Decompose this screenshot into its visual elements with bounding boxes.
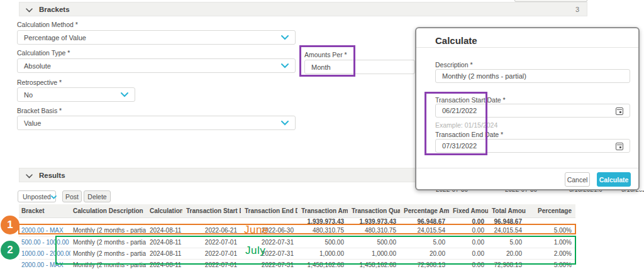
- delete-button-label: Delete: [87, 193, 106, 200]
- table-row: 1000.00 - 2000.00 Monthly (2 months - pa…: [19, 248, 575, 259]
- bracket-basis-value: Value: [24, 119, 41, 127]
- cell-quantity: 1,458,162.68: [348, 259, 400, 269]
- cell-calculation-date: 2024-08-11: [146, 259, 182, 269]
- calculate-modal: Calculate Description * Monthly (2 month…: [415, 27, 640, 190]
- clipped-text-fragment: 5/15/2021.0: [569, 190, 607, 194]
- cell-percentage: 2.00%: [526, 248, 575, 259]
- cell-start-date: 2022-07-01: [182, 248, 241, 259]
- calculation-method-label: Calculation Method *: [17, 21, 78, 28]
- cell-fixed-amount: 0.00: [449, 236, 488, 248]
- step-2-number: 2: [7, 244, 13, 256]
- calendar-icon[interactable]: [616, 107, 623, 115]
- cell-description: Monthly (2 months - partial): [70, 259, 146, 269]
- retrospective-select[interactable]: No: [17, 87, 135, 102]
- post-button[interactable]: Post: [62, 190, 82, 202]
- col-percentage[interactable]: Percentage: [526, 204, 575, 217]
- brackets-section-title: Brackets: [39, 6, 70, 13]
- col-transaction-quantity[interactable]: Transaction Quantity: [348, 204, 400, 217]
- col-bracket[interactable]: Bracket: [19, 204, 70, 217]
- chevron-down-icon: [281, 119, 289, 127]
- cancel-button-label: Cancel: [567, 176, 588, 184]
- july-annotation: July: [245, 244, 265, 257]
- calculation-type-select[interactable]: Absolute: [17, 58, 296, 73]
- transaction-start-date-input[interactable]: 06/21/2022: [435, 104, 630, 118]
- cell-total-amount: 20.00: [488, 248, 526, 259]
- app-screen: Brackets 3 Calculation Method * Percenta…: [0, 0, 644, 269]
- retrospective-value: No: [24, 91, 33, 99]
- cell-description: Monthly (2 months - partial): [70, 248, 146, 259]
- col-percentage-amount[interactable]: Percentage Amount: [400, 204, 449, 217]
- status-filter-select[interactable]: Unposted: [18, 190, 56, 202]
- cell-fixed-amount: 0.00: [449, 225, 488, 236]
- chevron-down-icon: [51, 193, 57, 200]
- cell-amount: 1,000.00: [297, 248, 348, 259]
- summary-row: 1,939,973.43 1,939,973.43 96,948.67 0.00…: [19, 217, 575, 225]
- cell-calculation-date: 2024-08-11: [146, 248, 182, 259]
- col-transaction-end-date[interactable]: Transaction End Date: [241, 204, 297, 217]
- amounts-per-field[interactable]: Month: [304, 60, 415, 74]
- results-section-title: Results: [39, 172, 65, 179]
- summary-transaction-quantity: 1,939,973.43: [348, 217, 400, 225]
- summary-total-amount: 96,948.67: [488, 217, 526, 225]
- post-button-label: Post: [65, 193, 79, 200]
- calculation-method-select[interactable]: Percentage of Value: [17, 30, 296, 45]
- calculation-type-value: Absolute: [24, 62, 51, 70]
- description-label: Description *: [435, 61, 473, 69]
- table-row: 500.00 - 1000.00 Monthly (2 months - par…: [19, 236, 575, 248]
- transaction-start-date-label: Transaction Start Date *: [435, 96, 506, 104]
- bracket-link[interactable]: 2000.00 - MAX: [21, 261, 64, 268]
- bracket-link[interactable]: 500.00 - 1000.00: [21, 239, 69, 246]
- cell-start-date: 2022-07-01: [182, 236, 241, 248]
- bracket-link[interactable]: 2000.00 - MAX: [21, 227, 64, 234]
- cell-total-amount: 5.00: [488, 236, 526, 248]
- transaction-end-date-input[interactable]: 07/31/2022: [435, 139, 630, 153]
- amounts-per-label: Amounts Per *: [304, 51, 347, 58]
- cell-percentage-amount: 20.00: [400, 248, 449, 259]
- cell-total-amount: 72,908.13: [488, 259, 526, 269]
- cell-percentage-amount: 72,908.13: [400, 259, 449, 269]
- description-input[interactable]: Monthly (2 months - partial): [435, 69, 630, 83]
- retrospective-label: Retrospective *: [17, 79, 62, 86]
- table-header-row: Bracket Calculation Description Calculat…: [19, 204, 575, 217]
- calculate-button[interactable]: Calculate: [597, 172, 631, 187]
- calculation-method-value: Percentage of Value: [24, 34, 86, 41]
- cell-description: Monthly (2 months - partial): [70, 225, 146, 236]
- brackets-section-header[interactable]: Brackets 3: [19, 2, 587, 16]
- results-table: Bracket Calculation Description Calculat…: [19, 204, 575, 269]
- description-value: Monthly (2 months - partial): [442, 72, 526, 80]
- cell-end-date: 2022-07-31: [241, 259, 297, 269]
- calculate-button-label: Calculate: [599, 176, 629, 184]
- june-annotation: June: [244, 224, 269, 236]
- step-2-badge: 2: [1, 241, 19, 260]
- cell-quantity: 480,310.75: [348, 225, 400, 236]
- cell-percentage-amount: 5.00: [400, 236, 449, 248]
- bracket-link[interactable]: 1000.00 - 2000.00: [21, 250, 70, 257]
- chevron-down-icon: [26, 4, 33, 15]
- col-total-amount[interactable]: Total Amount: [488, 204, 526, 217]
- transaction-end-date-label: Transaction End Date *: [435, 131, 503, 138]
- delete-button[interactable]: Delete: [84, 190, 111, 202]
- cell-amount: 500.00: [297, 236, 348, 248]
- cell-amount: 1,458,162.68: [297, 259, 348, 269]
- cell-percentage: 5.00%: [526, 225, 575, 236]
- col-transaction-start-date[interactable]: Transaction Start Date: [182, 204, 241, 217]
- calendar-icon[interactable]: [616, 143, 623, 150]
- col-transaction-amount[interactable]: Transaction Amount: [297, 204, 348, 217]
- amounts-per-value: Month: [311, 63, 331, 71]
- col-calculation-description[interactable]: Calculation Description: [70, 204, 146, 217]
- calculation-type-label: Calculation Type *: [17, 49, 70, 57]
- cancel-button[interactable]: Cancel: [565, 172, 590, 187]
- cell-total-amount: 24,015.54: [488, 225, 526, 236]
- col-calculation-date[interactable]: Calculation Date: [146, 204, 182, 217]
- transaction-start-date-value: 06/21/2022: [442, 107, 477, 114]
- col-fixed-amount[interactable]: Fixed Amount: [449, 204, 488, 217]
- summary-fixed-amount: 0.00: [449, 217, 488, 225]
- clipped-text-fragment: 2022-07-30: [505, 190, 543, 194]
- modal-header-divider: [416, 47, 638, 48]
- cell-start-date: 2022-07-01: [182, 259, 241, 269]
- cell-start-date: 2022-06-21: [182, 225, 241, 236]
- bracket-basis-select[interactable]: Value: [17, 116, 296, 130]
- cell-percentage: 5.00%: [526, 259, 575, 269]
- cell-fixed-amount: 0.00: [449, 248, 488, 259]
- cell-fixed-amount: 0.00: [449, 259, 488, 269]
